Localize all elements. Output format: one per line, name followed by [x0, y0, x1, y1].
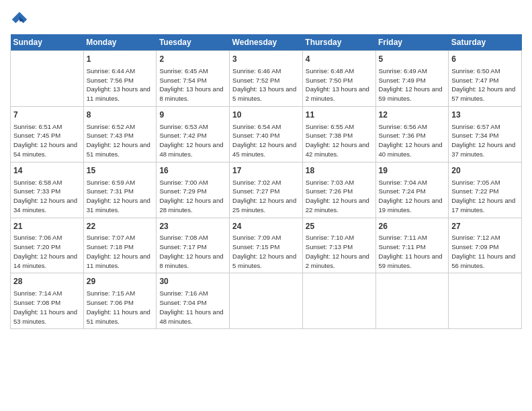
day-info: Sunrise: 6:57 AM Sunset: 7:34 PM Dayligh… — [451, 122, 519, 159]
day-number: 11 — [306, 109, 373, 121]
day-number: 9 — [159, 109, 226, 121]
day-info: Sunrise: 7:06 AM Sunset: 7:20 PM Dayligh… — [13, 233, 81, 270]
day-info: Sunrise: 7:09 AM Sunset: 7:15 PM Dayligh… — [232, 233, 300, 270]
day-info: Sunrise: 7:10 AM Sunset: 7:13 PM Dayligh… — [306, 233, 373, 270]
calendar-header-row: SundayMondayTuesdayWednesdayThursdayFrid… — [11, 34, 522, 51]
day-number: 23 — [159, 221, 226, 232]
calendar-cell: 19Sunrise: 7:04 AM Sunset: 7:24 PM Dayli… — [375, 162, 449, 218]
day-number: 13 — [451, 109, 519, 121]
day-number: 18 — [306, 165, 373, 177]
day-info: Sunrise: 6:54 AM Sunset: 7:40 PM Dayligh… — [232, 122, 300, 159]
day-info: Sunrise: 6:49 AM Sunset: 7:49 PM Dayligh… — [379, 66, 446, 103]
day-number: 24 — [232, 221, 300, 232]
calendar-cell — [449, 273, 522, 329]
calendar-cell — [230, 273, 303, 329]
calendar-cell: 12Sunrise: 6:56 AM Sunset: 7:36 PM Dayli… — [375, 106, 449, 162]
day-number: 27 — [451, 221, 519, 232]
day-number: 30 — [159, 276, 226, 287]
day-info: Sunrise: 6:46 AM Sunset: 7:52 PM Dayligh… — [232, 66, 300, 103]
logo-icon — [10, 10, 29, 29]
day-number: 7 — [13, 109, 81, 121]
day-info: Sunrise: 6:51 AM Sunset: 7:45 PM Dayligh… — [13, 122, 81, 159]
day-info: Sunrise: 6:48 AM Sunset: 7:50 PM Dayligh… — [306, 66, 373, 103]
day-number: 29 — [87, 276, 154, 287]
day-number: 2 — [159, 54, 226, 65]
day-info: Sunrise: 6:56 AM Sunset: 7:36 PM Dayligh… — [379, 122, 446, 159]
day-info: Sunrise: 7:15 AM Sunset: 7:06 PM Dayligh… — [87, 289, 154, 326]
calendar-cell: 28Sunrise: 7:14 AM Sunset: 7:08 PM Dayli… — [11, 273, 84, 329]
calendar-cell: 7Sunrise: 6:51 AM Sunset: 7:45 PM Daylig… — [11, 106, 84, 162]
day-number: 6 — [451, 54, 519, 65]
day-info: Sunrise: 7:14 AM Sunset: 7:08 PM Dayligh… — [13, 289, 81, 326]
calendar-week-row: 7Sunrise: 6:51 AM Sunset: 7:45 PM Daylig… — [11, 106, 522, 162]
day-info: Sunrise: 6:53 AM Sunset: 7:42 PM Dayligh… — [159, 122, 226, 159]
day-info: Sunrise: 7:04 AM Sunset: 7:24 PM Dayligh… — [379, 178, 446, 215]
day-number: 3 — [232, 54, 300, 65]
day-number: 17 — [232, 165, 300, 177]
calendar-cell — [375, 273, 449, 329]
day-info: Sunrise: 7:07 AM Sunset: 7:18 PM Dayligh… — [87, 233, 154, 270]
calendar-cell: 10Sunrise: 6:54 AM Sunset: 7:40 PM Dayli… — [230, 106, 303, 162]
day-number: 22 — [87, 221, 154, 232]
calendar-cell: 4Sunrise: 6:48 AM Sunset: 7:50 PM Daylig… — [302, 51, 375, 107]
calendar-cell: 26Sunrise: 7:11 AM Sunset: 7:11 PM Dayli… — [375, 218, 449, 273]
calendar-cell: 22Sunrise: 7:07 AM Sunset: 7:18 PM Dayli… — [83, 218, 157, 273]
calendar-cell: 3Sunrise: 6:46 AM Sunset: 7:52 PM Daylig… — [230, 51, 303, 107]
day-header-tuesday: Tuesday — [157, 34, 230, 51]
calendar-week-row: 1Sunrise: 6:44 AM Sunset: 7:56 PM Daylig… — [11, 51, 522, 107]
day-info: Sunrise: 6:55 AM Sunset: 7:38 PM Dayligh… — [306, 122, 373, 159]
calendar-cell: 30Sunrise: 7:16 AM Sunset: 7:04 PM Dayli… — [157, 273, 230, 329]
calendar-cell: 17Sunrise: 7:02 AM Sunset: 7:27 PM Dayli… — [230, 162, 303, 218]
day-number: 12 — [379, 109, 446, 121]
day-number: 15 — [87, 165, 154, 177]
day-info: Sunrise: 6:59 AM Sunset: 7:31 PM Dayligh… — [87, 178, 154, 215]
day-number: 1 — [87, 54, 154, 65]
calendar-cell: 27Sunrise: 7:12 AM Sunset: 7:09 PM Dayli… — [449, 218, 522, 273]
calendar-week-row: 14Sunrise: 6:58 AM Sunset: 7:33 PM Dayli… — [11, 162, 522, 218]
day-info: Sunrise: 7:16 AM Sunset: 7:04 PM Dayligh… — [159, 289, 226, 326]
calendar-cell: 29Sunrise: 7:15 AM Sunset: 7:06 PM Dayli… — [83, 273, 157, 329]
day-info: Sunrise: 7:11 AM Sunset: 7:11 PM Dayligh… — [379, 233, 446, 270]
calendar-cell: 18Sunrise: 7:03 AM Sunset: 7:26 PM Dayli… — [302, 162, 375, 218]
calendar-cell: 13Sunrise: 6:57 AM Sunset: 7:34 PM Dayli… — [449, 106, 522, 162]
calendar-cell: 1Sunrise: 6:44 AM Sunset: 7:56 PM Daylig… — [83, 51, 157, 107]
calendar-week-row: 21Sunrise: 7:06 AM Sunset: 7:20 PM Dayli… — [11, 218, 522, 273]
day-info: Sunrise: 6:52 AM Sunset: 7:43 PM Dayligh… — [87, 122, 154, 159]
day-number: 20 — [451, 165, 519, 177]
day-number: 10 — [232, 109, 300, 121]
calendar-cell: 21Sunrise: 7:06 AM Sunset: 7:20 PM Dayli… — [11, 218, 84, 273]
calendar-cell: 14Sunrise: 6:58 AM Sunset: 7:33 PM Dayli… — [11, 162, 84, 218]
calendar-cell: 20Sunrise: 7:05 AM Sunset: 7:22 PM Dayli… — [449, 162, 522, 218]
day-info: Sunrise: 6:45 AM Sunset: 7:54 PM Dayligh… — [159, 66, 226, 103]
day-number: 21 — [13, 221, 81, 232]
calendar-cell: 24Sunrise: 7:09 AM Sunset: 7:15 PM Dayli… — [230, 218, 303, 273]
day-header-thursday: Thursday — [302, 34, 375, 51]
page-container: SundayMondayTuesdayWednesdayThursdayFrid… — [0, 0, 532, 411]
day-info: Sunrise: 7:02 AM Sunset: 7:27 PM Dayligh… — [232, 178, 300, 215]
calendar-cell: 2Sunrise: 6:45 AM Sunset: 7:54 PM Daylig… — [157, 51, 230, 107]
day-info: Sunrise: 7:12 AM Sunset: 7:09 PM Dayligh… — [451, 233, 519, 270]
day-info: Sunrise: 7:08 AM Sunset: 7:17 PM Dayligh… — [159, 233, 226, 270]
day-number: 28 — [13, 276, 81, 287]
header — [10, 7, 522, 29]
day-info: Sunrise: 6:50 AM Sunset: 7:47 PM Dayligh… — [451, 66, 519, 103]
day-info: Sunrise: 7:00 AM Sunset: 7:29 PM Dayligh… — [159, 178, 226, 215]
calendar-cell: 5Sunrise: 6:49 AM Sunset: 7:49 PM Daylig… — [375, 51, 449, 107]
calendar-cell: 25Sunrise: 7:10 AM Sunset: 7:13 PM Dayli… — [302, 218, 375, 273]
day-info: Sunrise: 6:58 AM Sunset: 7:33 PM Dayligh… — [13, 178, 81, 215]
calendar-table: SundayMondayTuesdayWednesdayThursdayFrid… — [10, 34, 522, 329]
calendar-cell: 23Sunrise: 7:08 AM Sunset: 7:17 PM Dayli… — [157, 218, 230, 273]
day-number: 4 — [306, 54, 373, 65]
day-number: 25 — [306, 221, 373, 232]
calendar-cell: 8Sunrise: 6:52 AM Sunset: 7:43 PM Daylig… — [83, 106, 157, 162]
calendar-cell — [302, 273, 375, 329]
calendar-cell — [11, 51, 84, 107]
day-header-sunday: Sunday — [11, 34, 84, 51]
calendar-cell: 9Sunrise: 6:53 AM Sunset: 7:42 PM Daylig… — [157, 106, 230, 162]
calendar-cell: 15Sunrise: 6:59 AM Sunset: 7:31 PM Dayli… — [83, 162, 157, 218]
day-number: 14 — [13, 165, 81, 177]
calendar-cell: 6Sunrise: 6:50 AM Sunset: 7:47 PM Daylig… — [449, 51, 522, 107]
day-number: 16 — [159, 165, 226, 177]
day-number: 5 — [379, 54, 446, 65]
day-header-wednesday: Wednesday — [230, 34, 303, 51]
